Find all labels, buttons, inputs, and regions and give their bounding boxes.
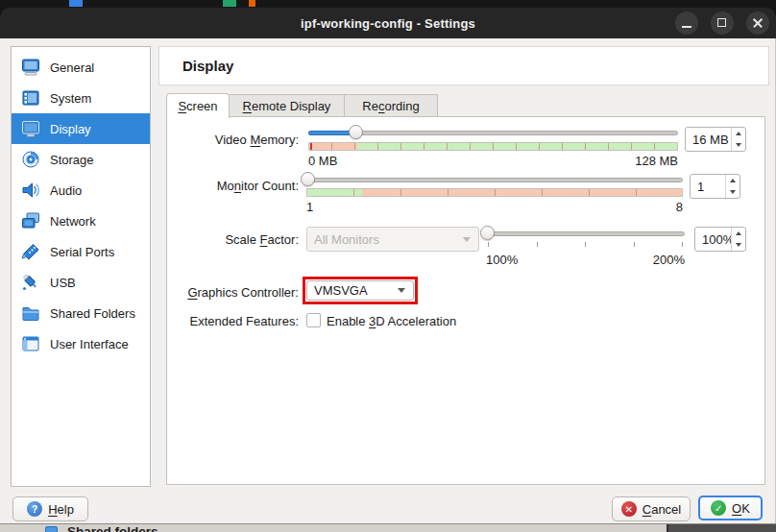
sidebar-item-usb[interactable]: USB (12, 267, 150, 298)
scale-factor-slider[interactable] (486, 226, 685, 241)
scale-factor-slider-handle[interactable] (480, 226, 495, 240)
sidebar-item-label: Audio (50, 183, 82, 198)
video-memory-input[interactable] (686, 128, 731, 151)
page-header: Display (158, 46, 769, 85)
enable-3d-acceleration-checkbox[interactable] (306, 313, 321, 327)
chevron-down-icon (398, 288, 405, 293)
sidebar-item-label: Shared Folders (50, 306, 135, 321)
minimize-icon (682, 26, 691, 28)
chevron-down-icon (463, 237, 471, 242)
monitor-count-range-indicator (306, 188, 683, 197)
cancel-button[interactable]: ✕ Cancel (612, 496, 691, 521)
background-window-fragment (249, 0, 255, 7)
background-window-fragment (69, 0, 83, 7)
video-memory-min-label: 0 MB (308, 154, 337, 168)
settings-category-list: General System Display Storage Audio Net… (11, 46, 151, 487)
sidebar-item-shared-folders[interactable]: Shared Folders (12, 298, 150, 328)
screen: ipf-working-config - Settings General Sy… (0, 0, 776, 532)
display-icon (20, 118, 41, 139)
monitor-count-stepper-down[interactable] (726, 186, 740, 198)
sidebar-item-general[interactable]: General (12, 52, 150, 83)
tab-recording[interactable]: Recording (345, 94, 438, 117)
storage-icon (20, 149, 41, 170)
sidebar-item-label: Storage (50, 153, 94, 167)
video-memory-spinbox[interactable] (685, 127, 746, 152)
video-memory-range-indicator (308, 142, 678, 151)
graphics-controller-label: Graphics Controller: (167, 285, 299, 300)
ok-button[interactable]: ✓ OK (698, 496, 763, 520)
video-memory-max-label: 128 MB (635, 154, 678, 168)
background-window-fragment (223, 0, 236, 7)
scale-factor-spinbox[interactable] (694, 227, 746, 252)
settings-dialog: General System Display Storage Audio Net… (0, 38, 776, 523)
maximize-icon (717, 18, 726, 27)
minimize-button[interactable] (675, 12, 698, 35)
monitor-count-slider[interactable] (306, 172, 683, 187)
monitor-count-min-label: 1 (306, 200, 313, 214)
video-memory-stepper-down[interactable] (732, 139, 745, 151)
tab-screen[interactable]: Screen (166, 93, 230, 118)
window-title: ipf-working-config - Settings (301, 16, 475, 31)
audio-icon (20, 180, 41, 201)
network-icon (20, 210, 41, 231)
sidebar-item-label: General (50, 60, 94, 75)
sidebar-item-system[interactable]: System (12, 83, 150, 113)
monitor-count-stepper-up[interactable] (726, 175, 740, 186)
sidebar-item-label: User Interface (50, 337, 129, 351)
video-memory-slider[interactable] (308, 125, 678, 140)
video-memory-slider-handle[interactable] (349, 125, 363, 139)
tab-bar: Screen Remote Display Recording (166, 93, 438, 117)
titlebar[interactable]: ipf-working-config - Settings (0, 8, 776, 38)
scale-factor-min-label: 100% (486, 253, 518, 267)
scale-factor-stepper-up[interactable] (732, 228, 745, 239)
scale-factor-max-label: 200% (653, 253, 685, 267)
video-memory-label: Video Memory: (167, 133, 299, 147)
sidebar-item-label: Network (50, 214, 96, 229)
cancel-icon: ✕ (621, 501, 637, 517)
shared-folders-icon (20, 302, 41, 324)
scale-factor-label: Scale Factor: (167, 232, 299, 247)
sidebar-item-network[interactable]: Network (12, 206, 150, 236)
user-interface-icon (20, 333, 41, 354)
help-button[interactable]: ? Help (12, 496, 88, 521)
page-title: Display (182, 58, 233, 74)
desktop-backdrop (0, 0, 776, 8)
enable-3d-acceleration-label: Enable 3D Acceleration (327, 314, 456, 328)
extended-features-label: Extended Features: (167, 314, 299, 328)
sidebar-item-serial-ports[interactable]: Serial Ports (12, 236, 150, 267)
ok-icon: ✓ (711, 500, 726, 516)
monitor-count-max-label: 8 (676, 200, 683, 214)
tab-remote-display[interactable]: Remote Display (230, 94, 345, 117)
screen-tab-pane: Video Memory: 0 MB 128 MB (166, 116, 765, 485)
sidebar-item-audio[interactable]: Audio (12, 175, 150, 206)
scale-factor-input[interactable] (695, 228, 731, 251)
shared-folders-icon (45, 526, 58, 532)
sidebar-item-label: Serial Ports (50, 245, 114, 259)
sidebar-item-label: Display (50, 122, 91, 136)
maximize-button[interactable] (711, 12, 734, 35)
window-controls (675, 12, 769, 35)
system-icon (20, 87, 41, 109)
monitor-count-slider-handle[interactable] (301, 172, 315, 186)
sidebar-item-label: System (50, 91, 91, 106)
scale-factor-ticks (488, 242, 683, 247)
scale-factor-stepper-down[interactable] (732, 239, 745, 251)
serial-ports-icon (20, 241, 41, 262)
close-button[interactable] (746, 12, 769, 35)
background-window-partial-label: Shared folders (67, 524, 158, 532)
help-icon: ? (27, 501, 42, 517)
monitor-count-input[interactable] (691, 175, 725, 198)
graphics-controller-select[interactable]: VMSVGA (306, 280, 414, 301)
sidebar-item-display[interactable]: Display (12, 113, 150, 144)
sidebar-item-user-interface[interactable]: User Interface (12, 328, 150, 359)
video-memory-stepper-up[interactable] (732, 128, 745, 139)
scale-factor-monitor-select[interactable]: All Monitors (306, 227, 479, 252)
sidebar-item-storage[interactable]: Storage (12, 144, 150, 175)
general-icon (20, 57, 41, 78)
monitor-count-spinbox[interactable] (690, 174, 740, 199)
usb-icon (20, 272, 41, 293)
background-window-strip: Shared folders (0, 523, 776, 532)
sidebar-item-label: USB (50, 276, 76, 290)
monitor-count-label: Monitor Count: (167, 179, 299, 193)
